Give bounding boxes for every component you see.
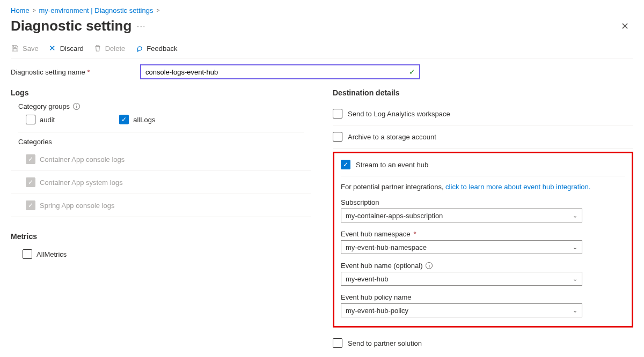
eventhub-label: Stream to an event hub [356,161,428,169]
chevron-down-icon: ⌄ [573,244,577,251]
delete-icon [93,44,102,53]
audit-label: audit [40,116,55,124]
eventhub-name-select[interactable]: my-event-hub⌄ [341,272,582,286]
category-label: Container App console logs [40,155,125,163]
category-checkbox: ✓ [26,200,35,210]
save-icon [11,44,19,53]
namespace-select[interactable]: my-event-hub-namespace⌄ [341,240,582,254]
feedback-label: Feedback [147,44,177,53]
chevron-right-icon: > [156,8,159,13]
more-menu-icon[interactable]: ··· [137,22,146,30]
subscription-label: Subscription [341,198,625,206]
info-icon[interactable]: i [426,262,433,269]
partner-integration-text: For potential partner integrations, clic… [341,183,625,191]
category-label: Spring App console logs [40,202,114,210]
logs-heading: Logs [11,88,311,97]
chevron-right-icon: > [33,8,36,13]
eventhub-learn-more-link[interactable]: click to learn more about event hub inte… [445,183,590,191]
allmetrics-checkbox[interactable] [23,249,32,259]
save-label: Save [23,44,39,53]
storage-label: Archive to a storage account [348,133,436,141]
destination-heading: Destination details [333,88,633,97]
partner-checkbox[interactable] [333,338,342,348]
chevron-down-icon: ⌄ [573,212,577,219]
breadcrumb-home[interactable]: Home [11,6,30,14]
chevron-down-icon: ⌄ [573,307,577,314]
eventhub-highlight: ✓ Stream to an event hub For potential p… [333,152,633,328]
partner-label: Send to partner solution [348,339,422,347]
feedback-button[interactable]: Feedback [135,44,177,53]
category-label: Container App system logs [40,178,123,187]
subscription-select[interactable]: my-container-apps-subscription⌄ [341,209,582,222]
allmetrics-label: AllMetrics [36,250,67,258]
law-checkbox[interactable] [333,109,342,118]
alllogs-label: allLogs [133,116,155,124]
delete-label: Delete [105,44,126,53]
page-title: Diagnostic setting [11,18,131,34]
discard-icon: ✕ [48,44,57,53]
category-checkbox: ✓ [26,154,35,164]
policy-label: Event hub policy name [341,293,625,301]
categories-label: Categories [18,138,311,146]
breadcrumb-env[interactable]: my-environment | Diagnostic settings [39,6,153,14]
law-label: Send to Log Analytics workspace [348,110,450,118]
chevron-down-icon: ⌄ [573,276,577,282]
audit-checkbox[interactable] [26,115,35,124]
alllogs-checkbox[interactable]: ✓ [119,115,129,124]
metrics-heading: Metrics [11,232,311,241]
eventhub-name-label: Event hub name (optional) i [341,262,625,270]
setting-name-label: Diagnostic setting name * [11,68,134,76]
policy-select[interactable]: my-event-hub-policy⌄ [341,303,582,317]
eventhub-checkbox[interactable]: ✓ [341,160,350,169]
delete-button[interactable]: Delete [93,44,126,53]
discard-button[interactable]: ✕ Discard [48,44,84,53]
feedback-icon [135,44,143,53]
storage-checkbox[interactable] [333,132,342,142]
discard-label: Discard [60,44,84,53]
valid-check-icon: ✓ [409,68,415,76]
setting-name-input[interactable] [141,65,420,79]
breadcrumb: Home > my-environment | Diagnostic setti… [11,6,633,14]
category-checkbox: ✓ [26,177,35,187]
save-button[interactable]: Save [11,44,39,53]
namespace-label: Event hub namespace * [341,230,625,238]
info-icon[interactable]: i [73,103,80,110]
toolbar: Save ✕ Discard Delete Feedback [11,34,633,58]
close-icon[interactable]: ✕ [617,18,633,34]
category-groups-label: Category groups i [18,102,311,110]
